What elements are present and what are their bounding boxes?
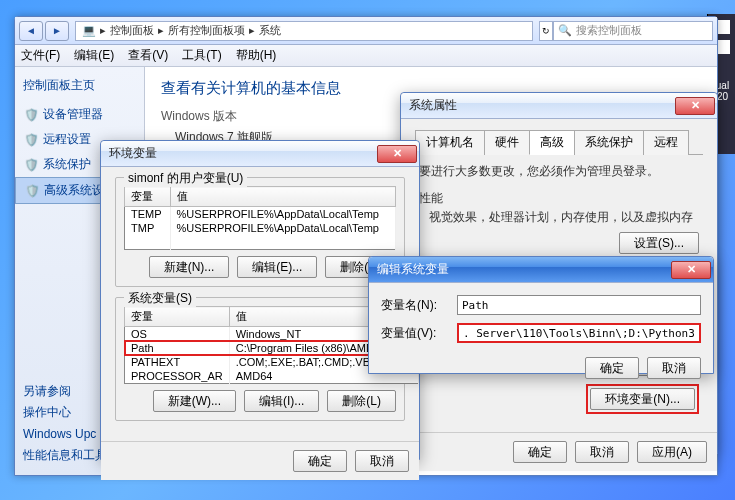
var-name-label: 变量名(N): <box>381 297 457 314</box>
search-icon: 🔍 <box>558 24 572 37</box>
refresh-button[interactable]: ↻ <box>539 21 553 41</box>
apply-button[interactable]: 应用(A) <box>637 441 707 463</box>
sidebar-link-perf-info[interactable]: 性能信息和工具 <box>23 445 107 467</box>
user-vars-group-title: simonf 的用户变量(U) <box>124 170 247 187</box>
tab-protection[interactable]: 系统保护 <box>574 130 644 155</box>
tab-advanced[interactable]: 高级 <box>529 130 575 155</box>
close-button[interactable]: ✕ <box>675 97 715 115</box>
menu-file[interactable]: 文件(F) <box>21 47 60 64</box>
edit-button[interactable]: 编辑(E)... <box>237 256 317 278</box>
shield-icon: 🛡️ <box>23 107 39 123</box>
dialog-title-text: 环境变量 <box>109 145 157 162</box>
var-value-label: 变量值(V): <box>381 325 457 342</box>
new-button[interactable]: 新建(W)... <box>153 390 236 412</box>
tab-hardware[interactable]: 硬件 <box>484 130 530 155</box>
performance-desc: 视觉效果，处理器计划，内存使用，以及虚拟内存 <box>429 209 703 226</box>
tabs: 计算机名 硬件 高级 系统保护 远程 <box>415 129 703 155</box>
col-header-var[interactable]: 变量 <box>125 307 230 327</box>
cancel-button[interactable]: 取消 <box>355 450 409 472</box>
breadcrumb-part[interactable]: 控制面板 <box>110 23 154 38</box>
close-button[interactable]: ✕ <box>377 145 417 163</box>
search-placeholder: 搜索控制面板 <box>576 23 642 38</box>
cancel-button[interactable]: 取消 <box>575 441 629 463</box>
var-value-input[interactable] <box>457 323 701 343</box>
admin-message: 要进行大多数更改，您必须作为管理员登录。 <box>419 163 703 180</box>
breadcrumb-part[interactable]: 系统 <box>259 23 281 38</box>
sidebar-link-action-center[interactable]: 操作中心 <box>23 402 107 424</box>
user-vars-table[interactable]: 变量值 TEMP%USERPROFILE%\AppData\Local\Temp… <box>124 186 396 250</box>
breadcrumb-icon: 💻 <box>82 24 96 37</box>
delete-button[interactable]: 删除(L) <box>327 390 396 412</box>
breadcrumb-part[interactable]: 所有控制面板项 <box>168 23 245 38</box>
menubar: 文件(F) 编辑(E) 查看(V) 工具(T) 帮助(H) <box>15 45 717 67</box>
sidebar-see-also: 另请参阅 操作中心 Windows Upc 性能信息和工具 <box>23 381 107 467</box>
search-input[interactable]: 🔍 搜索控制面板 <box>553 21 713 41</box>
col-header-var[interactable]: 变量 <box>125 187 171 207</box>
table-row[interactable]: TEMP%USERPROFILE%\AppData\Local\Temp <box>125 207 396 222</box>
system-vars-group-title: 系统变量(S) <box>124 290 196 307</box>
titlebar: ◄ ► 💻 ▸ 控制面板 ▸ 所有控制面板项 ▸ 系统 ↻ 🔍 搜索控制面板 <box>15 17 717 45</box>
sidebar-header[interactable]: 控制面板主页 <box>15 75 144 102</box>
sidebar-item-device-manager[interactable]: 🛡️设备管理器 <box>15 102 144 127</box>
ok-button[interactable]: 确定 <box>513 441 567 463</box>
settings-button-s[interactable]: 设置(S)... <box>619 232 699 254</box>
cancel-button[interactable]: 取消 <box>647 357 701 379</box>
ok-button[interactable]: 确定 <box>585 357 639 379</box>
col-header-val[interactable]: 值 <box>170 187 395 207</box>
menu-help[interactable]: 帮助(H) <box>236 47 277 64</box>
user-vars-group: simonf 的用户变量(U) 变量值 TEMP%USERPROFILE%\Ap… <box>115 177 405 287</box>
dialog-titlebar[interactable]: 编辑系统变量 ✕ <box>369 257 713 283</box>
env-variables-button[interactable]: 环境变量(N)... <box>590 388 695 410</box>
var-name-input[interactable] <box>457 295 701 315</box>
dialog-titlebar[interactable]: 环境变量 ✕ <box>101 141 419 167</box>
table-row[interactable]: TMP%USERPROFILE%\AppData\Local\Temp <box>125 221 396 235</box>
sidebar-bottom-label: 另请参阅 <box>23 381 107 403</box>
tab-computer-name[interactable]: 计算机名 <box>415 130 485 155</box>
menu-tools[interactable]: 工具(T) <box>182 47 221 64</box>
menu-edit[interactable]: 编辑(E) <box>74 47 114 64</box>
ok-button[interactable]: 确定 <box>293 450 347 472</box>
tab-remote[interactable]: 远程 <box>643 130 689 155</box>
breadcrumb[interactable]: 💻 ▸ 控制面板 ▸ 所有控制面板项 ▸ 系统 <box>75 21 533 41</box>
shield-icon: 🛡️ <box>23 132 39 148</box>
sidebar-link-windows-update[interactable]: Windows Upc <box>23 424 107 446</box>
shield-icon: 🛡️ <box>23 157 39 173</box>
nav-forward-button[interactable]: ► <box>45 21 69 41</box>
nav-back-button[interactable]: ◄ <box>19 21 43 41</box>
shield-icon: 🛡️ <box>24 183 40 199</box>
edit-button[interactable]: 编辑(I)... <box>244 390 319 412</box>
performance-label: 性能 <box>419 190 703 207</box>
dialog-title-text: 编辑系统变量 <box>377 261 449 278</box>
dialog-titlebar[interactable]: 系统属性 ✕ <box>401 93 717 119</box>
edit-system-var-dialog: 编辑系统变量 ✕ 变量名(N): 变量值(V): 确定 取消 <box>368 256 714 374</box>
new-button[interactable]: 新建(N)... <box>149 256 230 278</box>
dialog-title-text: 系统属性 <box>409 97 457 114</box>
close-button[interactable]: ✕ <box>671 261 711 279</box>
menu-view[interactable]: 查看(V) <box>128 47 168 64</box>
system-vars-group: 系统变量(S) 变量值 OSWindows_NT PathC:\Program … <box>115 297 405 421</box>
